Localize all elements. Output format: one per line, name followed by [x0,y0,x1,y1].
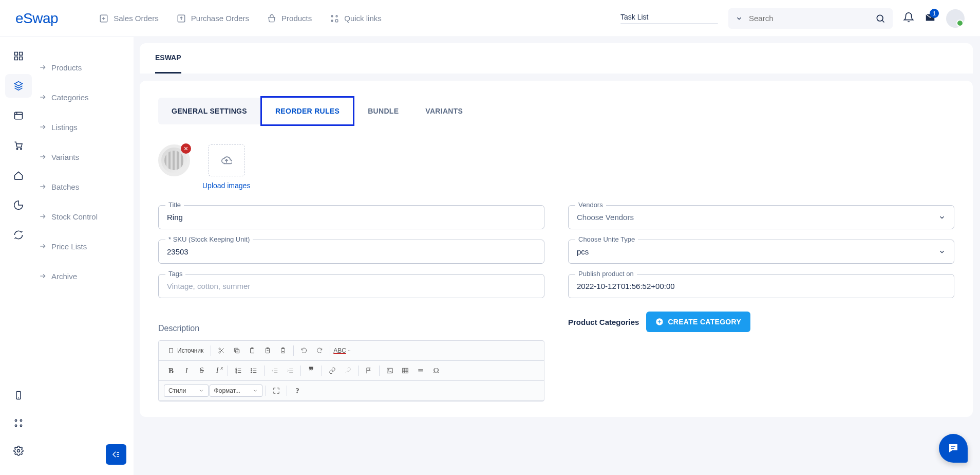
nav-products[interactable]: Products [267,14,312,23]
arrow-right-icon [39,243,46,250]
chevron-down-icon [938,214,946,221]
nav-sales-orders[interactable]: Sales Orders [99,14,159,23]
chat-icon [947,442,959,454]
redo-button[interactable] [312,344,327,357]
sidebar-item-archive[interactable]: Archive [39,261,134,291]
task-list[interactable]: Task List [620,13,718,24]
unlink-button[interactable] [341,364,355,377]
paste-word-button[interactable] [276,344,290,357]
rail-stock-icon[interactable] [0,190,37,220]
sidebar-item-categories[interactable]: Categories [39,82,134,112]
format-select[interactable]: Формат... [210,385,262,397]
rail-sync-icon[interactable] [0,220,37,250]
unit-field: Choose Unite Type pcs [568,240,954,264]
editor-source-button[interactable]: Источник [164,345,208,356]
strike-button[interactable]: S [195,364,209,377]
rail-batches-icon[interactable] [0,160,37,190]
ul-button[interactable] [247,364,261,377]
tags-input[interactable] [158,274,544,298]
upload-dropzone[interactable] [208,144,245,176]
sidebar-item-stock-control[interactable]: Stock Control [39,202,134,231]
chevron-down-icon[interactable] [736,15,743,22]
collapse-sidebar-button[interactable] [106,444,126,465]
notifications-button[interactable] [903,12,914,25]
sidebar-item-listings[interactable]: Listings [39,112,134,142]
header-nav: Sales Orders Purchase Orders Products Qu… [99,14,382,23]
indent-icon [287,367,294,374]
vendors-select[interactable]: Choose Vendors [568,205,954,229]
help-button[interactable]: ? [290,384,305,397]
hr-button[interactable] [413,364,428,377]
styles-select[interactable]: Стили [164,385,209,397]
outdent-button[interactable] [268,364,282,377]
upload-images[interactable]: Upload images [202,144,250,190]
ol-button[interactable]: 123 [231,364,246,377]
sidebar-item-products[interactable]: Products [39,52,134,82]
create-category-button[interactable]: CREATE CATEGORY [646,312,750,332]
chat-widget[interactable] [939,434,968,463]
svg-point-34 [20,425,22,426]
editor-toolbar-row2: B I S Ix 123 ❞ [159,361,544,381]
messages-button[interactable]: 1 [925,12,936,25]
list-ol-icon: 123 [235,367,242,374]
search-icon[interactable] [875,13,885,24]
create-category-label: CREATE CATEGORY [668,318,741,326]
rail-mobile-icon[interactable] [0,381,37,409]
image-button[interactable] [383,364,397,377]
title-input[interactable] [158,205,544,229]
product-image[interactable] [158,144,190,176]
maximize-button[interactable] [269,384,284,397]
paste-text-button[interactable] [260,344,275,357]
svg-point-20 [21,148,22,150]
tab-general-settings[interactable]: GENERAL SETTINGS [158,98,260,124]
caret-down-icon [347,349,351,353]
sku-field: * SKU (Stock Keeping Unit) [158,240,544,264]
breadcrumb-tab[interactable]: ESWAP [155,43,181,74]
separator [358,366,359,376]
sidebar-item-price-lists[interactable]: Price Lists [39,231,134,261]
rail-dashboard-icon[interactable] [0,41,37,71]
sku-input[interactable] [158,240,544,264]
search-input[interactable] [749,14,875,23]
description-label: Description [158,324,544,333]
rail-variants-icon[interactable] [0,131,37,160]
nav-purchase-orders[interactable]: Purchase Orders [177,14,249,23]
tab-reorder-rules[interactable]: REORDER RULES [260,96,354,126]
undo-button[interactable] [297,344,311,357]
link-button[interactable] [325,364,340,377]
tab-variants[interactable]: VARIANTS [412,98,476,124]
sidebar-item-variants[interactable]: Variants [39,142,134,172]
table-button[interactable] [398,364,412,377]
blockquote-button[interactable]: ❞ [304,364,318,377]
bold-button[interactable]: B [164,364,178,377]
logo[interactable]: eSwap [15,10,58,27]
rail-apps-icon[interactable] [0,409,37,437]
image-icon [386,367,393,374]
sidebar-item-label: Listings [51,123,78,132]
publish-input[interactable] [568,274,954,298]
nav-quick-links[interactable]: Quick links [330,14,382,23]
remove-image-button[interactable] [181,143,191,154]
italic-button[interactable]: I [179,364,194,377]
indent-button[interactable] [283,364,297,377]
rail-settings-icon[interactable] [0,437,37,465]
avatar[interactable] [946,9,965,28]
remove-format-button[interactable]: Ix [210,364,224,377]
special-char-button[interactable]: Ω [429,364,443,377]
svg-point-7 [331,20,333,22]
sidebar-item-batches[interactable]: Batches [39,172,134,202]
svg-rect-48 [235,348,238,352]
tab-bundle[interactable]: BUNDLE [354,98,412,124]
form-grid: Title Vendors Choose Vendors * SKU (Stoc… [158,205,954,401]
rail-listings-icon[interactable] [0,101,37,131]
flag-button[interactable] [362,364,376,377]
cut-button[interactable] [214,344,229,357]
spellcheck-button[interactable]: ABC [333,344,351,357]
categories-section: Product Categories CREATE CATEGORY [568,308,954,401]
rail-categories-icon[interactable] [0,71,37,101]
unit-select[interactable]: pcs [568,240,954,264]
copy-button[interactable] [230,344,244,357]
search-box[interactable] [728,8,893,29]
redo-icon [316,347,323,354]
paste-button[interactable] [245,344,259,357]
